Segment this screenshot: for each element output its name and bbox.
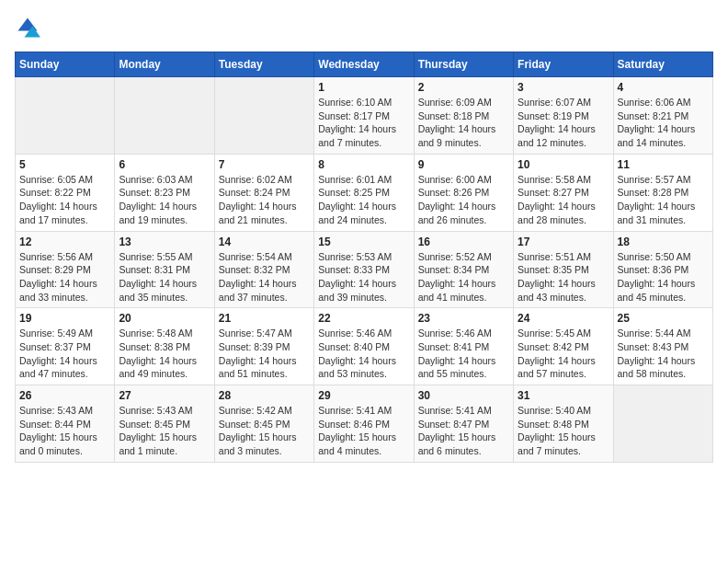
week-row-5: 26Sunrise: 5:43 AMSunset: 8:44 PMDayligh… <box>16 385 713 463</box>
calendar-cell: 12Sunrise: 5:56 AMSunset: 8:29 PMDayligh… <box>16 231 115 308</box>
day-info: Sunrise: 6:00 AMSunset: 8:26 PMDaylight:… <box>418 173 509 227</box>
day-number: 4 <box>618 81 709 94</box>
calendar-body: 1Sunrise: 6:10 AMSunset: 8:17 PMDaylight… <box>16 77 713 463</box>
calendar-cell: 4Sunrise: 6:06 AMSunset: 8:21 PMDaylight… <box>613 77 712 155</box>
calendar-cell: 20Sunrise: 5:48 AMSunset: 8:38 PMDayligh… <box>115 308 214 385</box>
day-info: Sunrise: 5:58 AMSunset: 8:27 PMDaylight:… <box>518 173 609 227</box>
day-info: Sunrise: 6:02 AMSunset: 8:24 PMDaylight:… <box>219 173 310 227</box>
calendar-header: SundayMondayTuesdayWednesdayThursdayFrid… <box>16 52 713 77</box>
weekday-header-thursday: Thursday <box>414 52 513 77</box>
logo <box>15 15 44 40</box>
day-number: 24 <box>518 312 609 325</box>
calendar-cell: 11Sunrise: 5:57 AMSunset: 8:28 PMDayligh… <box>613 154 712 231</box>
day-info: Sunrise: 5:40 AMSunset: 8:48 PMDaylight:… <box>518 404 609 458</box>
page-header <box>15 15 713 40</box>
day-info: Sunrise: 5:42 AMSunset: 8:45 PMDaylight:… <box>219 404 310 458</box>
calendar-cell: 19Sunrise: 5:49 AMSunset: 8:37 PMDayligh… <box>16 308 115 385</box>
weekday-header-tuesday: Tuesday <box>214 52 313 77</box>
weekday-header-sunday: Sunday <box>16 52 115 77</box>
day-number: 27 <box>119 389 210 402</box>
day-info: Sunrise: 5:44 AMSunset: 8:43 PMDaylight:… <box>618 327 709 381</box>
logo-icon <box>15 15 40 40</box>
day-number: 26 <box>19 389 110 402</box>
day-number: 13 <box>119 236 210 248</box>
calendar-cell: 18Sunrise: 5:50 AMSunset: 8:36 PMDayligh… <box>613 231 712 308</box>
day-number: 20 <box>119 312 210 325</box>
calendar-cell: 14Sunrise: 5:54 AMSunset: 8:32 PMDayligh… <box>214 231 313 308</box>
day-info: Sunrise: 5:45 AMSunset: 8:42 PMDaylight:… <box>518 327 609 381</box>
day-number: 2 <box>418 81 509 94</box>
day-info: Sunrise: 5:48 AMSunset: 8:38 PMDaylight:… <box>119 327 210 381</box>
day-info: Sunrise: 6:07 AMSunset: 8:19 PMDaylight:… <box>518 96 609 150</box>
calendar-cell: 23Sunrise: 5:46 AMSunset: 8:41 PMDayligh… <box>414 308 513 385</box>
calendar-cell: 30Sunrise: 5:41 AMSunset: 8:47 PMDayligh… <box>414 385 513 463</box>
calendar-cell: 17Sunrise: 5:51 AMSunset: 8:35 PMDayligh… <box>514 231 613 308</box>
day-number: 21 <box>219 312 310 325</box>
weekday-header-wednesday: Wednesday <box>314 52 414 77</box>
calendar-table: SundayMondayTuesdayWednesdayThursdayFrid… <box>15 52 713 463</box>
day-info: Sunrise: 5:55 AMSunset: 8:31 PMDaylight:… <box>119 250 210 304</box>
day-number: 9 <box>418 158 509 171</box>
day-number: 29 <box>318 389 409 402</box>
calendar-cell: 5Sunrise: 6:05 AMSunset: 8:22 PMDaylight… <box>16 154 115 231</box>
calendar-cell: 6Sunrise: 6:03 AMSunset: 8:23 PMDaylight… <box>115 154 214 231</box>
day-info: Sunrise: 5:43 AMSunset: 8:45 PMDaylight:… <box>119 404 210 458</box>
day-info: Sunrise: 5:46 AMSunset: 8:41 PMDaylight:… <box>418 327 509 381</box>
weekday-header-saturday: Saturday <box>613 52 712 77</box>
day-number: 10 <box>518 158 609 171</box>
calendar-cell: 22Sunrise: 5:46 AMSunset: 8:40 PMDayligh… <box>314 308 414 385</box>
day-number: 25 <box>618 312 709 325</box>
day-number: 18 <box>618 236 709 248</box>
day-number: 1 <box>318 81 409 94</box>
calendar-cell: 9Sunrise: 6:00 AMSunset: 8:26 PMDaylight… <box>414 154 513 231</box>
day-number: 5 <box>19 158 110 171</box>
day-info: Sunrise: 5:51 AMSunset: 8:35 PMDaylight:… <box>518 250 609 304</box>
day-number: 15 <box>318 236 409 248</box>
week-row-1: 1Sunrise: 6:10 AMSunset: 8:17 PMDaylight… <box>16 77 713 155</box>
calendar-cell: 15Sunrise: 5:53 AMSunset: 8:33 PMDayligh… <box>314 231 414 308</box>
day-number: 31 <box>518 389 609 402</box>
calendar-cell <box>214 77 313 155</box>
calendar-cell: 21Sunrise: 5:47 AMSunset: 8:39 PMDayligh… <box>214 308 313 385</box>
calendar-cell: 31Sunrise: 5:40 AMSunset: 8:48 PMDayligh… <box>514 385 613 463</box>
calendar-cell: 29Sunrise: 5:41 AMSunset: 8:46 PMDayligh… <box>314 385 414 463</box>
day-number: 3 <box>518 81 609 94</box>
day-number: 17 <box>518 236 609 248</box>
week-row-3: 12Sunrise: 5:56 AMSunset: 8:29 PMDayligh… <box>16 231 713 308</box>
day-info: Sunrise: 6:06 AMSunset: 8:21 PMDaylight:… <box>618 96 709 150</box>
day-number: 12 <box>19 236 110 248</box>
day-number: 16 <box>418 236 509 248</box>
day-info: Sunrise: 5:54 AMSunset: 8:32 PMDaylight:… <box>219 250 310 304</box>
day-info: Sunrise: 5:53 AMSunset: 8:33 PMDaylight:… <box>318 250 409 304</box>
calendar-cell <box>115 77 214 155</box>
day-info: Sunrise: 5:50 AMSunset: 8:36 PMDaylight:… <box>618 250 709 304</box>
day-info: Sunrise: 6:05 AMSunset: 8:22 PMDaylight:… <box>19 173 110 227</box>
day-info: Sunrise: 5:41 AMSunset: 8:46 PMDaylight:… <box>318 404 409 458</box>
day-number: 6 <box>119 158 210 171</box>
calendar-cell: 27Sunrise: 5:43 AMSunset: 8:45 PMDayligh… <box>115 385 214 463</box>
calendar-cell: 24Sunrise: 5:45 AMSunset: 8:42 PMDayligh… <box>514 308 613 385</box>
calendar-cell: 28Sunrise: 5:42 AMSunset: 8:45 PMDayligh… <box>214 385 313 463</box>
day-info: Sunrise: 5:56 AMSunset: 8:29 PMDaylight:… <box>19 250 110 304</box>
calendar-cell: 3Sunrise: 6:07 AMSunset: 8:19 PMDaylight… <box>514 77 613 155</box>
day-info: Sunrise: 5:43 AMSunset: 8:44 PMDaylight:… <box>19 404 110 458</box>
day-number: 8 <box>318 158 409 171</box>
day-info: Sunrise: 5:57 AMSunset: 8:28 PMDaylight:… <box>618 173 709 227</box>
calendar-cell: 16Sunrise: 5:52 AMSunset: 8:34 PMDayligh… <box>414 231 513 308</box>
calendar-cell: 2Sunrise: 6:09 AMSunset: 8:18 PMDaylight… <box>414 77 513 155</box>
day-info: Sunrise: 6:01 AMSunset: 8:25 PMDaylight:… <box>318 173 409 227</box>
day-info: Sunrise: 5:41 AMSunset: 8:47 PMDaylight:… <box>418 404 509 458</box>
calendar-cell: 10Sunrise: 5:58 AMSunset: 8:27 PMDayligh… <box>514 154 613 231</box>
weekday-row: SundayMondayTuesdayWednesdayThursdayFrid… <box>16 52 713 77</box>
calendar-cell: 8Sunrise: 6:01 AMSunset: 8:25 PMDaylight… <box>314 154 414 231</box>
weekday-header-monday: Monday <box>115 52 214 77</box>
calendar-cell <box>16 77 115 155</box>
calendar-cell <box>613 385 712 463</box>
calendar-cell: 1Sunrise: 6:10 AMSunset: 8:17 PMDaylight… <box>314 77 414 155</box>
day-info: Sunrise: 6:09 AMSunset: 8:18 PMDaylight:… <box>418 96 509 150</box>
day-number: 19 <box>19 312 110 325</box>
day-number: 11 <box>618 158 709 171</box>
day-info: Sunrise: 5:49 AMSunset: 8:37 PMDaylight:… <box>19 327 110 381</box>
day-info: Sunrise: 5:52 AMSunset: 8:34 PMDaylight:… <box>418 250 509 304</box>
calendar-cell: 25Sunrise: 5:44 AMSunset: 8:43 PMDayligh… <box>613 308 712 385</box>
